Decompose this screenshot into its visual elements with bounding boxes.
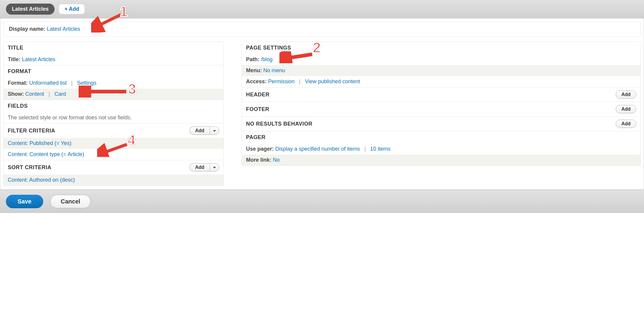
sort-item-authored-on[interactable]: Content: Authored on (desc) <box>8 177 75 183</box>
sort-criteria-section: SORT CRITERIA Add Content: Authored on (… <box>4 160 223 186</box>
separator: | <box>299 78 301 84</box>
menu-value-link[interactable]: No menu <box>263 67 285 73</box>
plus-icon: + <box>64 6 68 12</box>
add-display-button[interactable]: + Add <box>59 4 85 14</box>
filter-item-published[interactable]: Content: Published (= Yes) <box>8 140 71 146</box>
page-settings-section: PAGE SETTINGS Path: /blog Menu: No menu … <box>242 42 640 87</box>
filter-item-content-type[interactable]: Content: Content type (= Article) <box>8 151 84 157</box>
format-value-link[interactable]: Unformatted list <box>29 80 67 86</box>
no-results-add-button[interactable]: Add <box>616 120 636 128</box>
filter-add-label: Add <box>195 128 204 133</box>
title-value-link[interactable]: Latest Articles <box>22 56 55 62</box>
separator: | <box>49 91 50 97</box>
display-name-row: Display name: Latest Articles 1 <box>3 21 641 37</box>
header-section: HEADER Add <box>242 87 640 102</box>
filter-add-button[interactable]: Add <box>189 126 210 135</box>
format-label: Format: <box>8 80 28 86</box>
pager-section: PAGER Use pager: Display a specified num… <box>242 131 640 166</box>
more-link-label: More link: <box>246 157 271 163</box>
title-heading: TITLE <box>4 42 223 54</box>
more-link-value[interactable]: No <box>273 157 280 163</box>
title-label: Title: <box>8 56 21 62</box>
access-label: Access: <box>246 78 267 84</box>
footer-section: FOOTER Add <box>242 102 640 117</box>
show-label: Show: <box>8 91 24 97</box>
display-tab-label: Latest Articles <box>12 6 49 12</box>
format-settings-link[interactable]: Settings <box>77 80 97 86</box>
sort-add-label: Add <box>195 165 204 170</box>
fields-section: FIELDS The selected style or row format … <box>4 100 223 124</box>
format-section: FORMAT Format: Unformatted list | Settin… <box>4 65 223 100</box>
display-name-value[interactable]: Latest Articles <box>47 26 80 32</box>
cancel-button[interactable]: Cancel <box>50 195 91 208</box>
use-pager-label: Use pager: <box>246 146 274 152</box>
save-button[interactable]: Save <box>6 195 43 208</box>
add-display-label: Add <box>69 6 79 12</box>
displays-tab-bar: Latest Articles + Add <box>0 0 644 18</box>
pager-items-link[interactable]: 10 items <box>370 146 391 152</box>
sort-add-dropdown[interactable] <box>210 163 219 172</box>
access-value-link[interactable]: Permission <box>268 78 295 84</box>
sort-add-button[interactable]: Add <box>189 163 210 172</box>
display-name-label: Display name: <box>9 26 45 32</box>
access-view-published-link[interactable]: View published content <box>305 78 360 84</box>
filter-add-dropdown[interactable] <box>210 126 219 135</box>
show-value-link[interactable]: Content <box>25 91 44 97</box>
path-value-link[interactable]: /blog <box>261 56 273 62</box>
use-pager-value-link[interactable]: Display a specified number of items <box>275 146 360 152</box>
filter-heading: FILTER CRITERIA <box>8 128 55 134</box>
cancel-label: Cancel <box>61 198 80 205</box>
footer-add-button[interactable]: Add <box>616 105 636 113</box>
header-add-label: Add <box>621 92 631 97</box>
sort-heading: SORT CRITERIA <box>8 164 52 171</box>
no-results-heading: NO RESULTS BEHAVIOR <box>246 121 312 127</box>
chevron-down-icon <box>213 130 216 132</box>
page-settings-heading: PAGE SETTINGS <box>242 42 640 54</box>
menu-label: Menu: <box>246 67 262 73</box>
action-bar: Save Cancel <box>0 190 644 213</box>
path-label: Path: <box>246 56 259 62</box>
display-tab-latest-articles[interactable]: Latest Articles <box>6 4 55 15</box>
filter-criteria-section: FILTER CRITERIA Add Content: Published (… <box>4 124 223 160</box>
save-label: Save <box>18 198 32 205</box>
chevron-down-icon <box>213 167 216 169</box>
no-results-section: NO RESULTS BEHAVIOR Add <box>242 117 640 131</box>
separator: | <box>71 80 73 86</box>
title-section: TITLE Title: Latest Articles <box>4 42 223 65</box>
fields-heading: FIELDS <box>4 100 223 112</box>
fields-help-text: The selected style or row format does no… <box>4 112 223 123</box>
format-heading: FORMAT <box>4 65 223 78</box>
no-results-add-label: Add <box>621 121 631 126</box>
footer-heading: FOOTER <box>246 106 269 112</box>
show-card-link[interactable]: Card <box>55 91 66 97</box>
separator: | <box>364 146 366 152</box>
footer-add-label: Add <box>621 107 631 112</box>
header-add-button[interactable]: Add <box>616 90 636 99</box>
pager-heading: PAGER <box>242 131 640 143</box>
header-heading: HEADER <box>246 92 270 98</box>
